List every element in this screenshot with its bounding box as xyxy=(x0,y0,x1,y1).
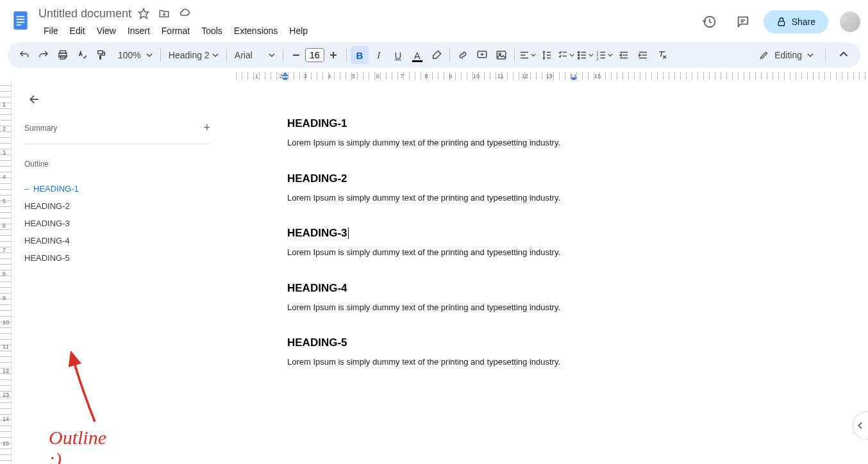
history-icon[interactable] xyxy=(697,9,722,35)
ruler-number: 14 xyxy=(570,73,576,79)
checklist-button[interactable] xyxy=(557,46,575,64)
bullet-list-button[interactable] xyxy=(576,46,594,64)
collapse-toolbar-button[interactable] xyxy=(835,46,853,64)
menu-view[interactable]: View xyxy=(92,23,121,38)
undo-button[interactable] xyxy=(15,46,33,64)
ruler-number: 7 xyxy=(401,73,404,79)
outline-item-label: HEADING-1 xyxy=(33,184,79,194)
document-area[interactable]: HEADING-1Lorem Ipsum is simply dummy tex… xyxy=(223,80,868,464)
document-heading[interactable]: HEADING-2 xyxy=(287,172,569,185)
outline-item[interactable]: HEADING-3 xyxy=(24,215,210,232)
font-size-increase[interactable] xyxy=(324,46,342,64)
document-paragraph[interactable]: Lorem Ipsum is simply dummy text of the … xyxy=(287,137,569,149)
document-page[interactable]: HEADING-1Lorem Ipsum is simply dummy tex… xyxy=(230,80,627,429)
font-select[interactable]: Arial xyxy=(231,47,279,63)
chevron-down-icon xyxy=(608,53,613,58)
ruler-number: 11 xyxy=(3,344,9,350)
cloud-status-icon[interactable] xyxy=(179,8,190,19)
ruler-indent-marker[interactable] xyxy=(282,72,288,76)
ruler-number: 2 xyxy=(280,73,283,79)
document-paragraph[interactable]: Lorem Ipsum is simply dummy text of the … xyxy=(287,192,569,204)
summary-add-button[interactable]: + xyxy=(203,121,210,135)
chevron-down-icon xyxy=(212,52,219,58)
document-title[interactable]: Untitled document xyxy=(38,7,131,21)
document-paragraph[interactable]: Lorem Ipsum is simply dummy text of the … xyxy=(287,301,569,314)
ruler-number: 13 xyxy=(3,392,9,398)
paint-format-button[interactable] xyxy=(92,46,110,64)
ruler-number: 10 xyxy=(3,319,9,326)
pencil-icon xyxy=(759,50,769,60)
menu-format[interactable]: Format xyxy=(156,23,195,38)
image-button[interactable] xyxy=(492,46,510,64)
numbered-list-button[interactable]: 123 xyxy=(596,46,613,64)
indent-decrease-button[interactable] xyxy=(615,46,633,64)
menu-help[interactable]: Help xyxy=(284,23,313,38)
underline-button[interactable]: U xyxy=(389,46,407,64)
svg-rect-0 xyxy=(13,12,27,29)
highlight-button[interactable] xyxy=(428,46,446,64)
line-spacing-button[interactable] xyxy=(538,46,556,64)
ruler-number: 10 xyxy=(473,73,480,79)
svg-marker-5 xyxy=(139,9,149,19)
editing-mode-button[interactable]: Editing xyxy=(751,46,821,64)
document-heading[interactable]: HEADING-1 xyxy=(287,117,569,130)
zoom-select[interactable]: 100% xyxy=(112,47,156,63)
font-size-decrease[interactable] xyxy=(287,46,305,64)
outline-item[interactable]: HEADING-4 xyxy=(24,232,210,249)
font-size-input[interactable] xyxy=(305,48,324,62)
outline-item[interactable]: HEADING-5 xyxy=(24,249,210,267)
outline-item[interactable]: –HEADING-1 xyxy=(24,180,210,197)
link-button[interactable] xyxy=(454,46,472,64)
vertical-ruler[interactable]: 12345678910111213141516 xyxy=(0,80,12,464)
style-select[interactable]: Heading 2 xyxy=(165,47,222,63)
print-button[interactable] xyxy=(54,46,72,64)
ruler-number: 12 xyxy=(522,73,528,79)
chevron-down-icon xyxy=(146,52,153,58)
spellcheck-button[interactable] xyxy=(73,46,91,64)
svg-rect-12 xyxy=(98,51,103,54)
ruler-number: 5 xyxy=(3,198,6,204)
ruler-number: 1 xyxy=(255,73,258,79)
comments-icon[interactable] xyxy=(730,9,756,35)
indent-increase-button[interactable] xyxy=(634,46,652,64)
outline-close-button[interactable] xyxy=(24,89,45,110)
text-color-button[interactable]: A xyxy=(408,46,426,64)
outline-item-label: HEADING-3 xyxy=(24,219,70,228)
user-avatar[interactable] xyxy=(840,12,860,32)
chevron-down-icon xyxy=(269,52,275,58)
docs-logo[interactable] xyxy=(8,8,33,33)
document-heading[interactable]: HEADING-4 xyxy=(287,282,569,295)
chevron-down-icon xyxy=(807,52,814,58)
document-paragraph[interactable]: Lorem Ipsum is simply dummy text of the … xyxy=(287,246,569,259)
clear-format-button[interactable] xyxy=(653,46,671,64)
svg-point-29 xyxy=(578,51,580,53)
menu-file[interactable]: File xyxy=(38,23,63,38)
text-cursor xyxy=(348,228,349,239)
italic-button[interactable]: I xyxy=(370,46,388,64)
svg-rect-1 xyxy=(17,16,24,17)
document-heading[interactable]: HEADING-5 xyxy=(287,336,569,349)
bold-button[interactable]: B xyxy=(351,46,369,64)
comment-button[interactable] xyxy=(473,46,491,64)
ruler-number: 2 xyxy=(3,126,6,132)
outline-label: Outline xyxy=(24,160,210,169)
document-paragraph[interactable]: Lorem Ipsum is simply dummy text of the … xyxy=(287,356,569,369)
menu-tools[interactable]: Tools xyxy=(196,23,228,38)
toolbar: 100% Heading 2 Arial B I U A 123 Editi xyxy=(8,42,860,68)
menu-insert[interactable]: Insert xyxy=(122,23,155,38)
align-button[interactable] xyxy=(519,46,537,64)
ruler-number: 8 xyxy=(3,270,6,277)
svg-rect-19 xyxy=(497,51,506,59)
star-icon[interactable] xyxy=(138,8,149,19)
share-button[interactable]: Share xyxy=(764,10,828,33)
menu-edit[interactable]: Edit xyxy=(65,23,90,38)
ruler-number: 8 xyxy=(424,73,428,79)
redo-button[interactable] xyxy=(35,46,53,64)
move-icon[interactable] xyxy=(158,8,170,19)
svg-point-30 xyxy=(578,54,580,56)
outline-panel: Summary + Outline –HEADING-1HEADING-2HEA… xyxy=(12,80,223,464)
menu-extensions[interactable]: Extensions xyxy=(229,23,283,38)
ruler-number: 3 xyxy=(3,149,6,156)
document-heading[interactable]: HEADING-3 xyxy=(287,227,569,240)
outline-item[interactable]: HEADING-2 xyxy=(24,197,210,215)
